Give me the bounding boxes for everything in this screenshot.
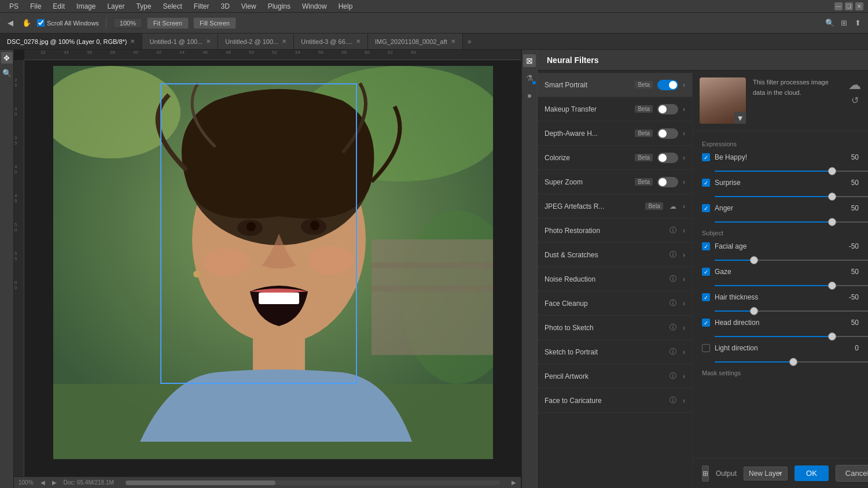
light-direction-checkbox[interactable] [702, 344, 710, 352]
tab-4-close[interactable]: ✕ [451, 38, 455, 45]
filter-noise-reduction[interactable]: Noise Reduction ⓘ › [538, 267, 692, 291]
light-direction-slider-thumb[interactable] [789, 358, 797, 366]
be-happy-checkbox[interactable] [702, 153, 710, 161]
nav-arrow-right[interactable]: ▶ [52, 479, 57, 486]
menu-3d[interactable]: 3D [216, 1, 234, 12]
tabs-more-button[interactable]: » [463, 38, 476, 46]
filter-face-to-caricature[interactable]: Face to Caricature ⓘ › [538, 389, 692, 413]
zoom-tool[interactable]: 🔍 [1, 67, 13, 79]
reset-icon[interactable]: ↺ [851, 95, 859, 106]
facial-age-slider-thumb[interactable] [750, 256, 758, 264]
hair-thickness-slider-thumb[interactable] [750, 307, 758, 315]
share-icon[interactable]: ⬆ [852, 17, 863, 29]
filter-photo-restoration-info-icon[interactable]: ⓘ [668, 225, 678, 236]
filter-depth-aware-toggle[interactable] [657, 128, 678, 139]
anger-checkbox[interactable] [702, 204, 710, 212]
head-direction-slider-thumb[interactable] [828, 332, 836, 341]
back-button[interactable]: ◀ [5, 17, 16, 29]
menu-plugins[interactable]: Plugins [263, 1, 295, 12]
menu-filter[interactable]: Filter [189, 1, 214, 12]
filter-sketch-to-portrait-arrow[interactable]: › [683, 348, 685, 356]
preview-dropdown-button[interactable]: ▼ [734, 112, 746, 124]
tab-4[interactable]: IMG_20201108_0002_aft ✕ [368, 34, 463, 49]
menu-select[interactable]: Select [158, 1, 186, 12]
filter-super-zoom-arrow[interactable]: › [683, 178, 685, 186]
layers-icon-button[interactable]: ⊞ [702, 465, 709, 482]
hair-thickness-checkbox[interactable] [702, 293, 710, 301]
nav-arrow-left[interactable]: ◀ [41, 479, 45, 486]
filter-depth-aware-arrow[interactable]: › [683, 130, 685, 138]
filter-smart-portrait-toggle[interactable] [657, 80, 678, 90]
menu-layer[interactable]: Layer [102, 1, 129, 12]
filter-photo-to-sketch[interactable]: Photo to Sketch ⓘ › [538, 316, 692, 340]
tab-0-close[interactable]: ✕ [130, 38, 135, 45]
move-tool[interactable]: ✥ [1, 52, 13, 64]
filter-face-cleanup[interactable]: Face Cleanup ⓘ › [538, 291, 692, 316]
tab-2-close[interactable]: ✕ [282, 38, 286, 45]
gaze-checkbox[interactable] [702, 268, 710, 276]
search-icon[interactable]: 🔍 [824, 17, 836, 29]
menu-type[interactable]: Type [131, 1, 156, 12]
filter-face-to-caricature-info-icon[interactable]: ⓘ [668, 395, 678, 406]
tab-0[interactable]: DSC_0278.jpg @ 100% (Layer 0, RGB/8*) ✕ [0, 34, 142, 49]
tab-2[interactable]: Untitled-2 @ 100... ✕ [218, 34, 294, 49]
zoom-input[interactable] [113, 18, 142, 28]
surprise-checkbox[interactable] [702, 179, 710, 187]
filter-icon[interactable]: ⊠ [523, 54, 536, 67]
filter-noise-reduction-info-icon[interactable]: ⓘ [668, 274, 678, 284]
tab-1-close[interactable]: ✕ [206, 38, 211, 45]
menu-file[interactable]: File [25, 1, 46, 12]
filter-pencil-artwork-arrow[interactable]: › [683, 372, 685, 380]
cancel-button[interactable]: Cancel [836, 465, 868, 482]
fill-screen-button[interactable]: Fill Screen [193, 17, 236, 29]
filter-pencil-artwork[interactable]: Pencil Artwork ⓘ › [538, 364, 692, 389]
filter-dust-scratches-arrow[interactable]: › [683, 251, 685, 259]
filter-makeup-transfer-arrow[interactable]: › [683, 105, 685, 113]
filter-dust-scratches[interactable]: Dust & Scratches ⓘ › [538, 243, 692, 267]
flask-icon[interactable]: ⚗ [523, 72, 536, 84]
menu-help[interactable]: Help [334, 1, 358, 12]
gaze-slider-thumb[interactable] [828, 282, 836, 290]
filter-photo-restoration-arrow[interactable]: › [683, 227, 685, 235]
be-happy-slider-thumb[interactable] [828, 167, 836, 175]
filter-face-cleanup-arrow[interactable]: › [683, 300, 685, 308]
filter-pencil-artwork-info-icon[interactable]: ⓘ [668, 371, 678, 382]
menu-window[interactable]: Window [297, 1, 332, 12]
filter-super-zoom-toggle[interactable] [657, 177, 678, 187]
hand-tool[interactable]: ✋ [21, 17, 32, 29]
tab-3-close[interactable]: ✕ [356, 38, 361, 45]
filter-jpeg-artefacts-arrow[interactable]: › [683, 202, 685, 210]
filter-noise-reduction-arrow[interactable]: › [683, 275, 685, 283]
menu-ps[interactable]: PS [5, 1, 23, 12]
facial-age-checkbox[interactable] [702, 242, 710, 250]
menu-edit[interactable]: Edit [48, 1, 69, 12]
dot-icon[interactable]: ● [523, 89, 536, 102]
filter-face-to-caricature-arrow[interactable]: › [683, 397, 685, 405]
fit-screen-button[interactable]: Fit Screen [147, 17, 189, 29]
close-button[interactable]: ✕ [855, 2, 863, 10]
tab-3[interactable]: Untitled-3 @ 66.... ✕ [294, 34, 368, 49]
minimize-button[interactable]: — [834, 2, 843, 10]
filter-smart-portrait[interactable]: Smart Portrait Beta › [538, 73, 692, 97]
filter-smart-portrait-arrow[interactable]: › [683, 81, 685, 89]
filter-sketch-to-portrait[interactable]: Sketch to Portrait ⓘ › [538, 340, 692, 364]
menu-view[interactable]: View [237, 1, 261, 12]
scroll-all-windows-checkbox[interactable] [37, 19, 45, 27]
menu-image[interactable]: Image [72, 1, 100, 12]
filter-super-zoom[interactable]: Super Zoom Beta › [538, 170, 692, 194]
filter-photo-restoration[interactable]: Photo Restoration ⓘ › [538, 219, 692, 243]
tab-1[interactable]: Untitled-1 @ 100... ✕ [142, 34, 218, 49]
workspace-icon[interactable]: ⊞ [838, 17, 849, 29]
filter-face-cleanup-info-icon[interactable]: ⓘ [668, 298, 678, 309]
filter-depth-aware[interactable]: Depth-Aware H... Beta › [538, 121, 692, 146]
filter-makeup-transfer-toggle[interactable] [657, 104, 678, 114]
head-direction-checkbox[interactable] [702, 319, 710, 327]
surprise-slider-thumb[interactable] [828, 193, 836, 201]
anger-slider-thumb[interactable] [828, 218, 836, 226]
filter-colorize-arrow[interactable]: › [683, 154, 685, 162]
restore-button[interactable]: ❑ [845, 2, 853, 10]
filter-colorize-toggle[interactable] [657, 153, 678, 163]
filter-dust-scratches-info-icon[interactable]: ⓘ [668, 250, 678, 260]
filter-photo-to-sketch-info-icon[interactable]: ⓘ [668, 323, 678, 333]
filter-photo-to-sketch-arrow[interactable]: › [683, 324, 685, 332]
